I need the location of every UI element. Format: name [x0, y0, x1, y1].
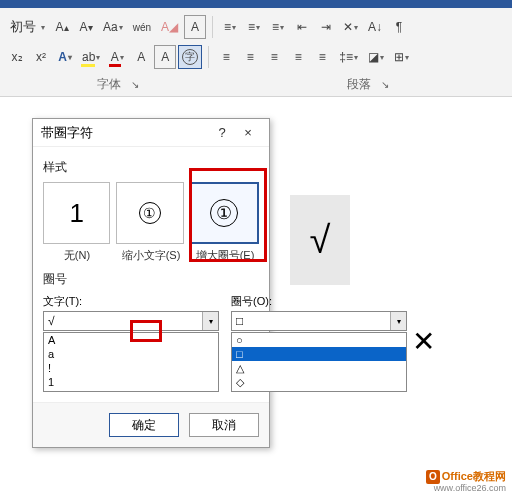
- grow-font-button[interactable]: A▴: [51, 15, 73, 39]
- close-button[interactable]: ×: [235, 125, 261, 140]
- list-item[interactable]: △: [232, 361, 406, 375]
- char-shading-button[interactable]: A: [130, 45, 152, 69]
- list-item[interactable]: 1: [44, 375, 218, 389]
- text-listbox[interactable]: A a ! 1: [43, 332, 219, 392]
- dialog-body: 样式 1 ① ① 无(N) 缩小文字(S) 增大圈号(E) 圈号 文字(T): …: [33, 147, 269, 402]
- text-combo-dropdown[interactable]: ▾: [202, 312, 218, 330]
- watermark-icon: O: [426, 470, 440, 484]
- ring-field-col: 圈号(O): ▾ ○ □ △ ◇: [231, 294, 407, 392]
- separator: [208, 46, 209, 68]
- enclose-char-dialog: 带圈字符 ? × 样式 1 ① ① 无(N) 缩小文字(S) 增大圈号(E) 圈…: [32, 118, 270, 448]
- font-size-label: 初号: [10, 18, 36, 36]
- dialog-titlebar: 带圈字符 ? ×: [33, 119, 269, 147]
- change-case-button[interactable]: Aa▾: [99, 15, 127, 39]
- char-border-button[interactable]: A: [184, 15, 206, 39]
- list-item[interactable]: □: [232, 347, 406, 361]
- ring-combo[interactable]: ▾: [231, 311, 407, 331]
- ring-section-label: 圈号: [43, 271, 259, 288]
- increase-indent-button[interactable]: ⇥: [315, 15, 337, 39]
- list-item[interactable]: ◇: [232, 375, 406, 389]
- asian-layout-button[interactable]: ✕▾: [339, 15, 362, 39]
- help-button[interactable]: ?: [209, 125, 235, 140]
- list-item[interactable]: a: [44, 347, 218, 361]
- text-field-label: 文字(T):: [43, 294, 219, 309]
- cancel-button[interactable]: 取消: [189, 413, 259, 437]
- field-row: 文字(T): ▾ A a ! 1 圈号(O): ▾: [43, 294, 259, 392]
- ribbon-row-2: x₂ x² A▾ ab▾ A▾ A A 字 ≡ ≡ ≡ ≡ ≡ ‡≡▾ ◪▾ ⊞…: [6, 42, 506, 72]
- shrink-font-button[interactable]: A▾: [75, 15, 97, 39]
- watermark-brand: Office教程网: [442, 470, 506, 482]
- text-field-col: 文字(T): ▾ A a ! 1: [43, 294, 219, 392]
- style-enlarge-label: 增大圈号(E): [191, 248, 259, 263]
- style-none-preview: 1: [69, 198, 83, 229]
- paragraph-group-label: 段落 ↘: [236, 76, 506, 93]
- enclose-char-button[interactable]: 字: [178, 45, 202, 69]
- text-effects-button[interactable]: A▾: [54, 45, 76, 69]
- ribbon: 初号▾ A▴ A▾ Aa▾ wén A◢ A ≡▾ ≡▾ ≡▾ ⇤ ⇥ ✕▾ A…: [0, 8, 512, 97]
- numbering-button[interactable]: ≡▾: [243, 15, 265, 39]
- subscript-button[interactable]: x₂: [6, 45, 28, 69]
- watermark: OOffice教程网 www.office26.com: [426, 470, 506, 494]
- doc-char-x: ✕: [412, 325, 435, 358]
- style-none[interactable]: 1: [43, 182, 110, 244]
- doc-selection-preview: √: [290, 195, 350, 285]
- highlight-button[interactable]: ab▾: [78, 45, 104, 69]
- align-left-button[interactable]: ≡: [215, 45, 237, 69]
- text-input[interactable]: [44, 312, 202, 330]
- align-center-button[interactable]: ≡: [239, 45, 261, 69]
- separator: [212, 16, 213, 38]
- style-labels: 无(N) 缩小文字(S) 增大圈号(E): [43, 248, 259, 263]
- font-size-select[interactable]: 初号▾: [6, 18, 49, 36]
- ribbon-row-1: 初号▾ A▴ A▾ Aa▾ wén A◢ A ≡▾ ≡▾ ≡▾ ⇤ ⇥ ✕▾ A…: [6, 12, 506, 42]
- decrease-indent-button[interactable]: ⇤: [291, 15, 313, 39]
- style-enlarge-preview: ①: [210, 199, 238, 227]
- show-marks-button[interactable]: ¶: [388, 15, 410, 39]
- bullets-button[interactable]: ≡▾: [219, 15, 241, 39]
- ring-input[interactable]: [232, 312, 390, 330]
- list-item[interactable]: A: [44, 333, 218, 347]
- dialog-buttons: 确定 取消: [33, 402, 269, 447]
- sort-button[interactable]: A↓: [364, 15, 386, 39]
- clear-format-button[interactable]: A◢: [157, 15, 182, 39]
- justify-button[interactable]: ≡: [287, 45, 309, 69]
- ring-listbox[interactable]: ○ □ △ ◇: [231, 332, 407, 392]
- list-item[interactable]: !: [44, 361, 218, 375]
- ok-button[interactable]: 确定: [109, 413, 179, 437]
- text-combo[interactable]: ▾: [43, 311, 219, 331]
- title-bar: [0, 0, 512, 8]
- font-group-expand[interactable]: ↘: [125, 79, 145, 90]
- dialog-title: 带圈字符: [41, 124, 209, 142]
- font-group-label: 字体 ↘: [6, 76, 236, 93]
- style-section-label: 样式: [43, 159, 259, 176]
- style-none-label: 无(N): [43, 248, 111, 263]
- borders-button[interactable]: ⊞▾: [390, 45, 413, 69]
- style-shrink[interactable]: ①: [116, 182, 183, 244]
- style-enlarge[interactable]: ①: [190, 182, 259, 244]
- phonetic-guide-button[interactable]: wén: [129, 15, 155, 39]
- distribute-button[interactable]: ≡: [311, 45, 333, 69]
- font-color-button[interactable]: A▾: [106, 45, 128, 69]
- ring-combo-dropdown[interactable]: ▾: [390, 312, 406, 330]
- style-shrink-preview: ①: [139, 202, 161, 224]
- paragraph-group-expand[interactable]: ↘: [375, 79, 395, 90]
- style-shrink-label: 缩小文字(S): [117, 248, 185, 263]
- line-spacing-button[interactable]: ‡≡▾: [335, 45, 362, 69]
- multilevel-button[interactable]: ≡▾: [267, 15, 289, 39]
- ring-field-label: 圈号(O):: [231, 294, 407, 309]
- superscript-button[interactable]: x²: [30, 45, 52, 69]
- char-border-button-2[interactable]: A: [154, 45, 176, 69]
- shading-button[interactable]: ◪▾: [364, 45, 388, 69]
- list-item[interactable]: ○: [232, 333, 406, 347]
- group-labels: 字体 ↘ 段落 ↘: [6, 72, 506, 96]
- style-options: 1 ① ①: [43, 182, 259, 244]
- watermark-url: www.office26.com: [426, 484, 506, 494]
- align-right-button[interactable]: ≡: [263, 45, 285, 69]
